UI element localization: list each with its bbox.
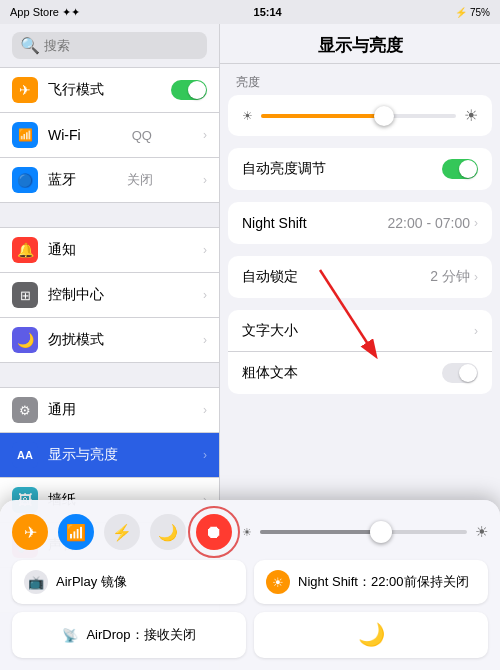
brightness-row: ☀ ☀	[228, 95, 492, 136]
bluetooth-value: 关闭	[127, 171, 153, 189]
sidebar-item-label: 通用	[48, 401, 76, 419]
night-shift-chevron: ›	[474, 216, 478, 230]
sidebar-item-label: 蓝牙	[48, 171, 76, 189]
sidebar-item-dnd[interactable]: 🌙 勿扰模式 ›	[0, 318, 219, 363]
sidebar-item-airplane[interactable]: ✈ 飞行模式	[0, 67, 219, 113]
search-icon: 🔍	[20, 36, 40, 55]
brightness-label: 亮度	[220, 64, 500, 95]
chevron-icon: ›	[203, 243, 207, 257]
cc-brightness-high-icon: ☀	[475, 523, 488, 541]
sidebar-item-bluetooth[interactable]: 🔵 蓝牙 关闭 ›	[0, 158, 219, 203]
sidebar-item-label: 通知	[48, 241, 76, 259]
text-size-chevron: ›	[474, 324, 478, 338]
cc-night-shift-icon: ☀	[266, 570, 290, 594]
brightness-thumb[interactable]	[374, 106, 394, 126]
chevron-icon: ›	[203, 448, 207, 462]
general-icon: ⚙	[12, 397, 38, 423]
cc-brightness-thumb[interactable]	[370, 521, 392, 543]
bluetooth-icon: 🔵	[12, 167, 38, 193]
night-shift-row[interactable]: Night Shift 22:00 - 07:00 ›	[228, 202, 492, 244]
cc-moon-icon: 🌙	[358, 622, 385, 648]
chevron-icon: ›	[203, 403, 207, 417]
text-size-row[interactable]: 文字大小 ›	[228, 310, 492, 352]
cc-night-shift-label: Night Shift：22:00前保持关闭	[298, 573, 469, 591]
auto-brightness-label: 自动亮度调节	[242, 160, 326, 178]
display-icon: AA	[12, 442, 38, 468]
cc-buttons-grid: 📺 AirPlay 镜像 ☀ Night Shift：22:00前保持关闭	[12, 560, 488, 604]
auto-lock-value-container: 2 分钟 ›	[430, 268, 478, 286]
brightness-group: ☀ ☀	[228, 95, 492, 136]
airplane-toggle[interactable]	[171, 80, 207, 100]
right-panel-title: 显示与亮度	[220, 24, 500, 64]
cc-bluetooth-btn[interactable]: ⚡	[104, 514, 140, 550]
cc-brightness-slider[interactable]	[260, 530, 467, 534]
cc-airplay-btn[interactable]: 📺 AirPlay 镜像	[12, 560, 246, 604]
cc-brightness-low-icon: ☀	[242, 526, 252, 539]
sidebar-group-connectivity: ✈ 飞行模式 📶 Wi-Fi QQ › 🔵 蓝牙 关闭 ›	[0, 67, 219, 203]
sidebar-item-label: 飞行模式	[48, 81, 104, 99]
cc-moon-btn[interactable]: 🌙	[254, 612, 488, 658]
auto-lock-value: 2 分钟	[430, 268, 470, 286]
cc-airdrop-icon: 📡	[62, 628, 78, 643]
record-btn-wrapper: ⏺	[196, 514, 232, 550]
notifications-icon: 🔔	[12, 237, 38, 263]
cc-wifi-btn[interactable]: 📶	[58, 514, 94, 550]
cc-top-row: ✈ 📶 ⚡ 🌙 ⏺ ☀ ☀	[12, 514, 488, 550]
sidebar-item-label: 控制中心	[48, 286, 104, 304]
bold-text-row[interactable]: 粗体文本 .toggle.off::after { right: auto; l…	[228, 352, 492, 394]
control-center: ✈ 📶 ⚡ 🌙 ⏺ ☀ ☀	[0, 500, 500, 670]
night-shift-label: Night Shift	[242, 215, 307, 231]
sidebar-search-bar[interactable]: 🔍	[12, 32, 207, 59]
cc-brightness-fill	[260, 530, 374, 534]
control-center-icon: ⊞	[12, 282, 38, 308]
cc-night-shift-btn[interactable]: ☀ Night Shift：22:00前保持关闭	[254, 560, 488, 604]
sidebar-item-label: 勿扰模式	[48, 331, 104, 349]
bold-text-toggle-container: .toggle.off::after { right: auto; left: …	[442, 363, 478, 383]
auto-lock-label: 自动锁定	[242, 268, 298, 286]
auto-lock-group: 自动锁定 2 分钟 ›	[228, 256, 492, 298]
airplane-icon: ✈	[12, 77, 38, 103]
cc-airplay-icon: 📺	[24, 570, 48, 594]
text-settings-group: 文字大小 › 粗体文本 .toggle.off::after { right: …	[228, 310, 492, 394]
app-store-label: App Store ✦✦	[10, 6, 80, 19]
auto-lock-row[interactable]: 自动锁定 2 分钟 ›	[228, 256, 492, 298]
sidebar-header: 🔍	[0, 24, 219, 67]
night-shift-value-container: 22:00 - 07:00 ›	[387, 215, 478, 231]
cc-airplane-btn[interactable]: ✈	[12, 514, 48, 550]
cc-record-btn[interactable]: ⏺	[196, 514, 232, 550]
status-bar-right: ⚡ 75%	[455, 7, 490, 18]
bold-text-toggle[interactable]: .toggle.off::after { right: auto; left: …	[442, 363, 478, 383]
chevron-icon: ›	[203, 288, 207, 302]
auto-brightness-toggle-container	[442, 159, 478, 179]
sidebar-spacer-2	[0, 363, 219, 387]
sidebar-item-display[interactable]: AA 显示与亮度 ›	[0, 433, 219, 478]
cc-dnd-btn[interactable]: 🌙	[150, 514, 186, 550]
brightness-low-icon: ☀	[242, 109, 253, 123]
night-shift-value: 22:00 - 07:00	[387, 215, 470, 231]
text-size-chevron-container: ›	[474, 324, 478, 338]
sidebar-group-notifications: 🔔 通知 › ⊞ 控制中心 › 🌙 勿扰模式 ›	[0, 227, 219, 363]
bold-text-label: 粗体文本	[242, 364, 298, 382]
wifi-value: QQ	[132, 128, 152, 143]
sidebar-item-notifications[interactable]: 🔔 通知 ›	[0, 227, 219, 273]
cc-airplay-label: AirPlay 镜像	[56, 573, 127, 591]
auto-lock-chevron: ›	[474, 270, 478, 284]
auto-brightness-toggle[interactable]	[442, 159, 478, 179]
sidebar-item-label: 显示与亮度	[48, 446, 118, 464]
sidebar-item-wifi[interactable]: 📶 Wi-Fi QQ ›	[0, 113, 219, 158]
text-size-label: 文字大小	[242, 322, 298, 340]
sidebar-item-general[interactable]: ⚙ 通用 ›	[0, 387, 219, 433]
night-shift-group: Night Shift 22:00 - 07:00 ›	[228, 202, 492, 244]
wifi-icon: 📶	[12, 122, 38, 148]
sidebar-item-control-center[interactable]: ⊞ 控制中心 ›	[0, 273, 219, 318]
cc-airdrop-btn[interactable]: 📡 AirDrop：接收关闭	[12, 612, 246, 658]
cc-brightness-row: ☀ ☀	[242, 523, 488, 541]
chevron-icon: ›	[203, 333, 207, 347]
auto-brightness-group: 自动亮度调节	[228, 148, 492, 190]
status-bar-time: 15:14	[254, 6, 282, 18]
auto-brightness-row[interactable]: 自动亮度调节	[228, 148, 492, 190]
sidebar-item-label: Wi-Fi	[48, 127, 81, 143]
brightness-fill	[261, 114, 378, 118]
search-input[interactable]	[44, 38, 199, 53]
brightness-slider[interactable]	[261, 114, 456, 118]
